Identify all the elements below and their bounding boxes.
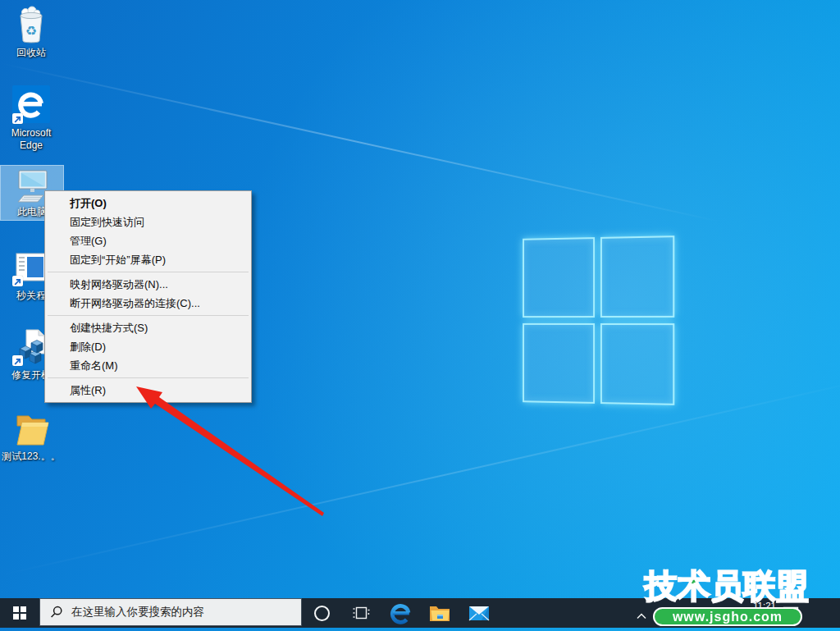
shortcut-arrow-icon (12, 355, 23, 366)
start-button[interactable] (0, 598, 39, 628)
windows-start-icon (13, 606, 26, 620)
menu-item-delete[interactable]: 删除(D) (45, 337, 251, 356)
windows-logo-pane (600, 323, 674, 405)
menu-item-manage[interactable]: 管理(G) (45, 231, 251, 250)
shortcut-arrow-icon (12, 113, 23, 124)
windows-logo-pane (523, 323, 594, 404)
mail-button[interactable] (459, 598, 499, 628)
windows-logo-icon (523, 235, 674, 405)
file-explorer-button[interactable] (420, 598, 459, 628)
desktop-icon-label: 测试123.。。 (0, 450, 62, 463)
desktop-icon-label: 回收站 (0, 47, 62, 59)
search-placeholder-text: 在这里输入你要搜索的内容 (71, 605, 204, 620)
desktop-icon-test-folder[interactable]: 测试123.。。 (0, 409, 62, 463)
cortana-button[interactable] (302, 598, 341, 628)
edge-taskbar-button[interactable] (381, 598, 420, 628)
menu-item-rename[interactable]: 重命名(M) (45, 356, 251, 375)
watermark-url: www.jsgho.com (653, 607, 802, 626)
menu-separator (48, 377, 249, 378)
mail-icon (468, 606, 490, 621)
recycle-bin-icon: ♻ (11, 5, 51, 44)
edge-icon (390, 602, 412, 624)
file-explorer-icon (429, 605, 450, 622)
menu-separator (48, 315, 249, 316)
watermark-title: 技术员联盟 (645, 568, 809, 604)
edge-icon (11, 85, 51, 125)
folder-icon (11, 409, 51, 448)
menu-item-map-network-drive[interactable]: 映射网络驱动器(N)... (45, 275, 251, 294)
menu-item-create-shortcut[interactable]: 创建快捷方式(S) (45, 318, 251, 337)
windows-logo-pane (600, 235, 674, 318)
menu-item-pin-quick-access[interactable]: 固定到快速访问 (45, 213, 251, 231)
tray-show-hidden-icons[interactable] (637, 608, 646, 623)
menu-item-disconnect-network-drive[interactable]: 断开网络驱动器的连接(C)... (45, 294, 251, 313)
desktop-icon-recycle-bin[interactable]: ♻ 回收站 (0, 5, 62, 59)
desktop-icon-microsoft-edge[interactable]: Microsoft Edge (0, 85, 62, 152)
taskbar-search-input[interactable]: 在这里输入你要搜索的内容 (39, 598, 302, 626)
cortana-icon (314, 606, 330, 621)
menu-item-properties[interactable]: 属性(R) (45, 381, 251, 400)
menu-item-open[interactable]: 打开(O) (45, 194, 251, 213)
context-menu: 打开(O) 固定到快速访问 管理(G) 固定到“开始”屏幕(P) 映射网络驱动器… (44, 190, 252, 403)
search-icon (50, 606, 63, 619)
task-view-button[interactable] (341, 598, 381, 628)
svg-text:♻: ♻ (25, 24, 37, 38)
desktop-wallpaper: ♻ 回收站 Microsoft Edge (0, 0, 840, 631)
task-view-icon (353, 606, 370, 620)
menu-separator (48, 272, 249, 272)
windows-logo-pane (523, 237, 594, 318)
desktop-icon-label: Microsoft Edge (0, 127, 62, 152)
menu-item-pin-start[interactable]: 固定到“开始”屏幕(P) (45, 250, 251, 269)
shortcut-arrow-icon (12, 276, 23, 286)
